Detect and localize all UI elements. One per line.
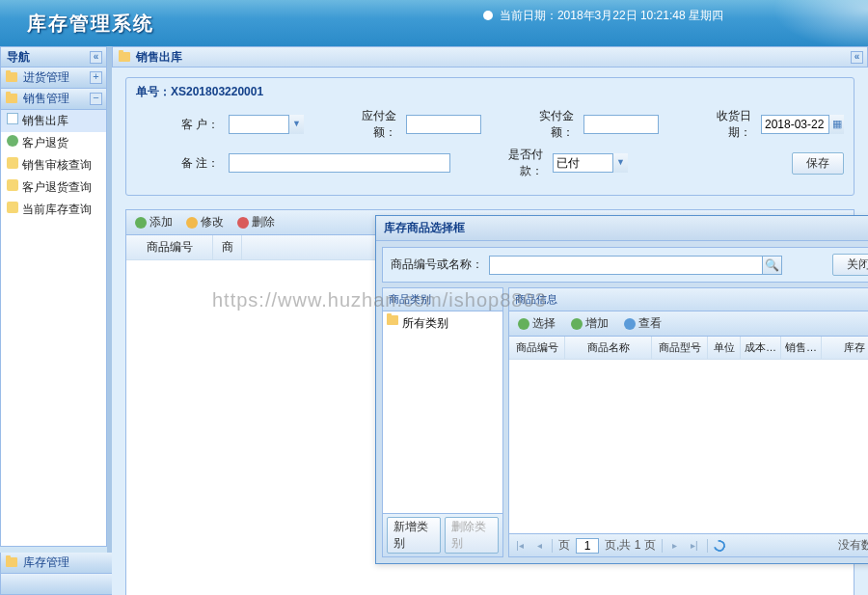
order-no: 单号：XS201803220001 xyxy=(136,84,844,100)
pager-first[interactable]: |◂ xyxy=(513,539,527,553)
nav-item-sales-out[interactable]: 销售出库 xyxy=(1,110,106,132)
page-input[interactable] xyxy=(576,538,599,554)
page-label: 页 xyxy=(558,537,570,554)
nav-tree: 销售出库 客户退货 销售审核查询 客户退货查询 当前库存查询 xyxy=(0,110,107,547)
sidebar-section-sales[interactable]: 销售管理 − xyxy=(0,89,107,110)
add-product-button[interactable]: 增加 xyxy=(568,314,611,333)
col-stock[interactable]: 库存 xyxy=(822,337,868,359)
plus-icon xyxy=(135,217,147,229)
col-unit[interactable]: 单位 xyxy=(708,337,741,359)
folder-icon xyxy=(6,94,17,103)
query-icon xyxy=(7,157,18,169)
view-button[interactable]: 查看 xyxy=(621,314,665,333)
sidebar-section-stock[interactable]: 库存管理 + xyxy=(0,553,130,574)
clock-icon xyxy=(483,11,493,20)
col-sale[interactable]: 销售… xyxy=(781,337,822,359)
dialog-close-button[interactable]: 关闭 xyxy=(832,254,868,276)
sidebar-section-placeholder[interactable] xyxy=(0,574,130,595)
save-button[interactable]: 保存 xyxy=(792,152,844,175)
datetime-value: 2018年3月22日 10:21:48 星期四 xyxy=(557,9,723,22)
nav-item-customer-return[interactable]: 客户退货 xyxy=(1,132,106,154)
dialog-title[interactable]: 库存商品选择框 ✕ xyxy=(376,216,868,241)
product-pane-title: 商品信息 xyxy=(509,288,868,311)
category-pane-title: 商品类别 xyxy=(383,288,502,311)
no-data-label: 没有数据 xyxy=(838,537,868,554)
main: 销售出库 « 单号：XS201803220001 客 户： ▼ 应付金额： xyxy=(112,46,868,595)
collapse-right-icon[interactable]: « xyxy=(851,51,863,64)
datetime-prefix: 当前日期： xyxy=(500,9,557,22)
edit-button[interactable]: 修改 xyxy=(183,213,227,231)
col-model[interactable]: 商品型号 xyxy=(652,337,708,359)
query-icon xyxy=(7,202,18,213)
product-picker-dialog: 库存商品选择框 ✕ 商品编号或名称： 🔍 关闭 商品类别 xyxy=(375,215,868,564)
label-paid-amt: 实付金额： xyxy=(520,108,574,141)
product-toolbar: 选择 增加 查看 xyxy=(509,311,868,337)
sidebar-section-purchase[interactable]: 进货管理 + xyxy=(0,68,107,89)
edit-icon xyxy=(186,217,198,229)
folder-icon xyxy=(387,315,398,325)
tabbar: 销售出库 « xyxy=(112,46,868,68)
label-remark: 备 注： xyxy=(165,155,219,172)
tab-label: 销售出库 xyxy=(136,50,182,64)
col-product-partial[interactable]: 商 xyxy=(213,235,242,259)
label-delivery: 收货日期： xyxy=(697,108,751,141)
page-total: 页,共 1 页 xyxy=(605,537,656,554)
plus-icon xyxy=(571,318,583,330)
col-cost[interactable]: 成本… xyxy=(741,337,781,359)
folder-icon xyxy=(119,52,130,62)
chevron-down-icon[interactable]: ▼ xyxy=(288,115,304,134)
pager: |◂ ◂ 页 页,共 1 页 ▸ ▸| 没有数据 xyxy=(509,533,868,556)
product-grid-body xyxy=(509,360,868,533)
app-title: 库存管理系统 xyxy=(0,0,154,46)
pager-prev[interactable]: ◂ xyxy=(532,539,546,553)
paid-amt-field[interactable] xyxy=(583,115,659,134)
add-category-button[interactable]: 新增类别 xyxy=(387,517,441,554)
due-field[interactable] xyxy=(406,115,481,134)
collapse-left-icon[interactable]: « xyxy=(90,51,102,64)
product-pane: 商品信息 选择 增加 查看 商品编号 商品名称 商品型号 单位 成本… xyxy=(508,287,868,557)
chevron-down-icon[interactable]: ▼ xyxy=(612,153,628,173)
label-due: 应付金额： xyxy=(342,108,396,141)
view-icon xyxy=(624,318,636,330)
category-root[interactable]: 所有类别 xyxy=(383,311,502,336)
label-paid-flag: 是否付款： xyxy=(489,147,543,179)
nav-item-stock-query[interactable]: 当前库存查询 xyxy=(1,199,106,221)
search-input[interactable] xyxy=(489,256,763,275)
pager-next[interactable]: ▸ xyxy=(668,539,682,553)
delete-icon xyxy=(237,217,249,229)
nav-header: 导航 « xyxy=(0,46,107,68)
category-pane: 商品类别 所有类别 新增类别 删除类别 xyxy=(382,287,503,557)
col-product-code[interactable]: 商品编号 xyxy=(126,235,213,259)
nav-item-sales-audit-query[interactable]: 销售审核查询 xyxy=(1,154,106,176)
col-name[interactable]: 商品名称 xyxy=(565,337,652,359)
doc-icon xyxy=(7,113,18,124)
select-button[interactable]: 选择 xyxy=(515,314,558,333)
add-button[interactable]: 添加 xyxy=(132,213,176,231)
delete-category-button[interactable]: 删除类别 xyxy=(445,517,499,554)
search-label: 商品编号或名称： xyxy=(391,257,483,273)
check-icon xyxy=(518,318,529,330)
label-customer: 客 户： xyxy=(165,117,219,133)
sidebar: 导航 « 进货管理 + 销售管理 − 销售出库 客户退货 销售审核查询 客户退货… xyxy=(0,46,112,595)
nav-item-return-query[interactable]: 客户退货查询 xyxy=(1,176,106,199)
refresh-icon[interactable] xyxy=(711,537,726,553)
col-code[interactable]: 商品编号 xyxy=(509,337,565,359)
search-icon[interactable]: 🔍 xyxy=(763,256,782,275)
delete-button[interactable]: 删除 xyxy=(234,213,278,231)
form-panel: 单号：XS201803220001 客 户： ▼ 应付金额： 实付金额： 收货 xyxy=(125,77,854,196)
folder-icon xyxy=(6,72,17,82)
dialog-search-row: 商品编号或名称： 🔍 关闭 xyxy=(382,247,868,283)
user-icon xyxy=(7,135,18,147)
remark-field[interactable] xyxy=(229,153,450,173)
folder-icon xyxy=(6,557,17,567)
datetime: 当前日期：2018年3月22日 10:21:48 星期四 xyxy=(483,8,723,24)
calendar-icon[interactable]: ▦ xyxy=(828,115,844,134)
product-grid-header: 商品编号 商品名称 商品型号 单位 成本… 销售… 库存 xyxy=(509,337,868,360)
query-icon xyxy=(7,179,18,191)
collapse-icon[interactable]: − xyxy=(90,93,102,105)
expand-icon[interactable]: + xyxy=(90,71,102,84)
pager-last[interactable]: ▸| xyxy=(688,539,701,553)
